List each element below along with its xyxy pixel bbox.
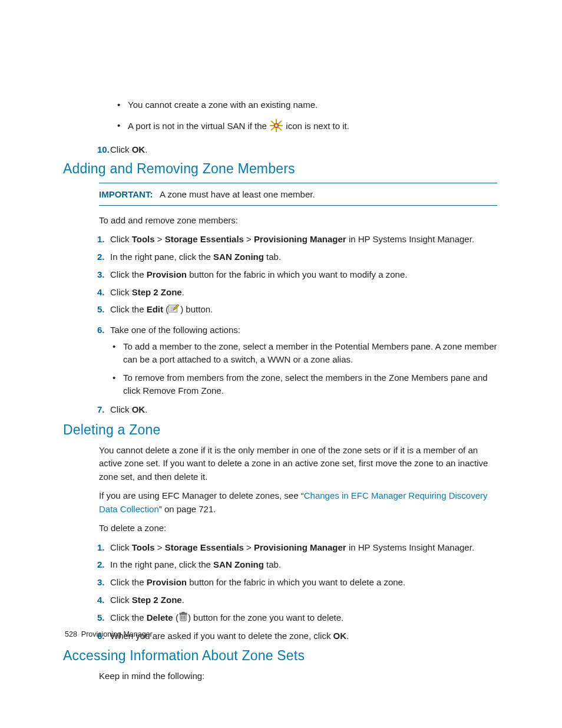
body: Click the Edit () button. [110, 303, 213, 317]
note-bullet-1: You cannot create a zone with an existin… [115, 98, 497, 111]
step-10: 10. Click OK. [97, 143, 497, 156]
t: . [145, 404, 147, 414]
marker: 1. [97, 541, 110, 554]
t: To remove from members from the zone, se… [123, 373, 488, 396]
b: Provisioning Manager [254, 234, 346, 244]
t: In the right pane, click the [110, 252, 213, 262]
t: Click the [110, 304, 147, 314]
b: Tools [132, 542, 155, 552]
marker: 4. [97, 286, 110, 299]
t: ” on page 721. [159, 504, 216, 514]
delete-para-2: If you are using EFC Manager to delete z… [99, 489, 497, 516]
t: Click [110, 234, 132, 244]
b: OK [333, 631, 347, 641]
b: Edit [147, 304, 163, 314]
text: Click [110, 144, 132, 154]
t: ( [173, 612, 178, 622]
t: ) button. [180, 304, 213, 314]
zone-sets-para: Keep in mind the following: [99, 670, 497, 683]
body: In the right pane, click the SAN Zoning … [110, 558, 281, 571]
marker: 5. [97, 611, 110, 625]
body: Click Tools > Storage Essentials > Provi… [110, 233, 474, 246]
marker: 6. [97, 324, 110, 337]
t: button for the fabric in which you want … [187, 269, 407, 279]
t: > [244, 542, 254, 552]
body: Click the Delete () button for the zone … [110, 611, 343, 625]
d-step-3: 3. Click the Provision button for the fa… [97, 576, 497, 589]
intro-text: To add and remove zone members: [99, 214, 497, 228]
step-marker: 10. [97, 143, 110, 156]
b: SAN Zoning [213, 559, 264, 569]
b: Step 2 Zone [132, 595, 182, 605]
sub-bullet-a: To add a member to the zone, select a me… [110, 340, 497, 366]
t: button for the fabric in which you want … [187, 577, 405, 587]
body: Click Step 2 Zone. [110, 594, 184, 607]
heading-deleting: Deleting a Zone [63, 422, 497, 438]
body: Click Tools > Storage Essentials > Provi… [110, 541, 474, 554]
text-pre: A port is not in the virtual SAN if the [128, 121, 269, 131]
heading-adding-removing: Adding and Removing Zone Members [63, 161, 497, 177]
t: In the right pane, click the [110, 559, 213, 569]
not-in-vsan-icon [269, 119, 283, 135]
b: Delete [147, 612, 173, 622]
t: Click [110, 542, 132, 552]
delete-para-1: You cannot delete a zone if it is the on… [99, 444, 497, 484]
d-step-2: 2. In the right pane, click the SAN Zoni… [97, 558, 497, 571]
ok-label: OK [132, 144, 146, 154]
t: > [155, 542, 165, 552]
step-body: Click OK. [110, 143, 147, 156]
note-bullets: You cannot create a zone with an existin… [115, 98, 497, 135]
t: . [182, 287, 184, 297]
b: Step 2 Zone [132, 287, 182, 297]
step-2: 2. In the right pane, click the SAN Zoni… [97, 251, 497, 263]
d-step-4: 4. Click Step 2 Zone. [97, 594, 497, 607]
body: Click the Provision button for the fabri… [110, 576, 405, 589]
step-7: 7. Click OK. [97, 403, 497, 416]
step-6: 6. Take one of the following actions: To… [97, 324, 497, 397]
important-label: IMPORTANT: [99, 189, 153, 199]
b: OK [132, 404, 146, 414]
marker: 7. [97, 403, 110, 416]
marker: 4. [97, 594, 110, 607]
t: If you are using EFC Manager to delete z… [99, 490, 304, 500]
body: In the right pane, click the SAN Zoning … [110, 251, 281, 263]
note-bullet-2: A port is not in the virtual SAN if the … [115, 119, 497, 135]
t: in HP Systems Insight Manager. [346, 542, 474, 552]
b: Storage Essentials [165, 234, 244, 244]
section-title: Provisioning Manager [81, 630, 153, 638]
procedure-delete: 1. Click Tools > Storage Essentials > Pr… [97, 541, 497, 643]
marker: 1. [97, 233, 110, 246]
t: . [346, 631, 349, 641]
d-step-1: 1. Click Tools > Storage Essentials > Pr… [97, 541, 497, 554]
b: Tools [132, 234, 155, 244]
t: ) button for the zone you want to delete… [188, 612, 343, 622]
b: Storage Essentials [165, 542, 244, 552]
sub-bullet-b: To remove from members from the zone, se… [110, 371, 497, 397]
step-3: 3. Click the Provision button for the fa… [97, 268, 497, 281]
step-5: 5. Click the Edit () button. [97, 303, 497, 317]
t: Click the [110, 577, 147, 587]
t: ( [163, 304, 168, 314]
intro-delete: To delete a zone: [99, 522, 497, 535]
t: tab. [264, 559, 281, 569]
marker: 2. [97, 558, 110, 571]
procedure-add-remove: 1. Click Tools > Storage Essentials > Pr… [97, 233, 497, 416]
t: Click the [110, 612, 147, 622]
svg-rect-11 [182, 612, 184, 613]
document-page: You cannot create a zone with an existin… [0, 0, 562, 728]
important-note: IMPORTANT: A zone must have at least one… [99, 187, 497, 202]
d-step-5: 5. Click the Delete () button for the zo… [97, 611, 497, 625]
delete-icon [178, 612, 188, 625]
marker: 5. [97, 303, 110, 317]
body: Click Step 2 Zone. [110, 286, 184, 299]
svg-point-4 [275, 124, 278, 127]
step-6-bullets: To add a member to the zone, select a me… [110, 340, 497, 397]
b: Provision [147, 577, 187, 587]
t: Click the [110, 269, 147, 279]
t: Click [110, 404, 132, 414]
text-post: icon is next to it. [286, 121, 349, 131]
t: tab. [264, 252, 281, 262]
t: Click [110, 595, 132, 605]
t: . [182, 595, 184, 605]
text: . [145, 144, 147, 154]
